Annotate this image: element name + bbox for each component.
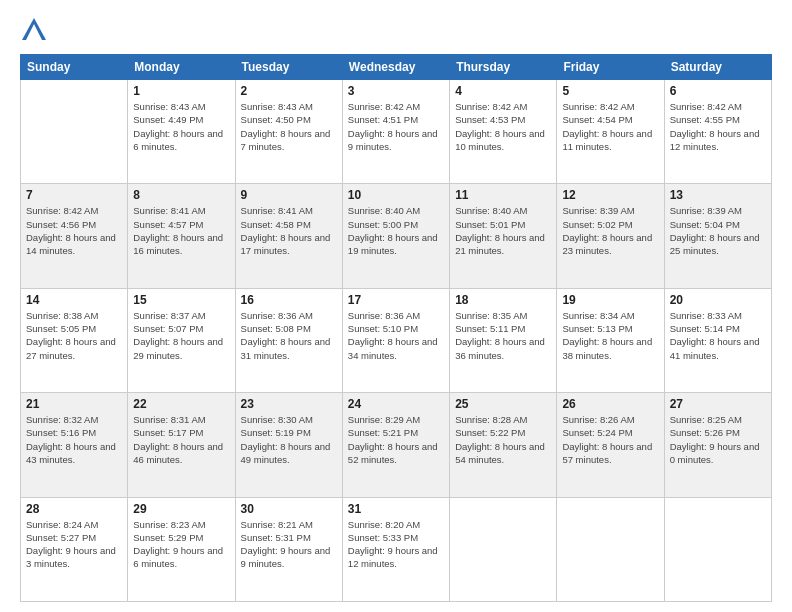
day-number: 15 bbox=[133, 293, 229, 307]
day-info: Sunrise: 8:24 AMSunset: 5:27 PMDaylight:… bbox=[26, 518, 122, 571]
day-number: 4 bbox=[455, 84, 551, 98]
calendar-cell: 3Sunrise: 8:42 AMSunset: 4:51 PMDaylight… bbox=[342, 80, 449, 184]
calendar-cell: 6Sunrise: 8:42 AMSunset: 4:55 PMDaylight… bbox=[664, 80, 771, 184]
header bbox=[20, 16, 772, 44]
day-number: 13 bbox=[670, 188, 766, 202]
calendar-cell: 4Sunrise: 8:42 AMSunset: 4:53 PMDaylight… bbox=[450, 80, 557, 184]
calendar-week-row: 1Sunrise: 8:43 AMSunset: 4:49 PMDaylight… bbox=[21, 80, 772, 184]
day-info: Sunrise: 8:25 AMSunset: 5:26 PMDaylight:… bbox=[670, 413, 766, 466]
day-number: 21 bbox=[26, 397, 122, 411]
day-number: 20 bbox=[670, 293, 766, 307]
day-number: 11 bbox=[455, 188, 551, 202]
calendar-cell: 7Sunrise: 8:42 AMSunset: 4:56 PMDaylight… bbox=[21, 184, 128, 288]
day-info: Sunrise: 8:38 AMSunset: 5:05 PMDaylight:… bbox=[26, 309, 122, 362]
weekday-header-thursday: Thursday bbox=[450, 55, 557, 80]
calendar-cell: 29Sunrise: 8:23 AMSunset: 5:29 PMDayligh… bbox=[128, 497, 235, 601]
logo bbox=[20, 16, 52, 44]
day-info: Sunrise: 8:37 AMSunset: 5:07 PMDaylight:… bbox=[133, 309, 229, 362]
day-number: 29 bbox=[133, 502, 229, 516]
day-info: Sunrise: 8:21 AMSunset: 5:31 PMDaylight:… bbox=[241, 518, 337, 571]
calendar-week-row: 21Sunrise: 8:32 AMSunset: 5:16 PMDayligh… bbox=[21, 393, 772, 497]
day-number: 5 bbox=[562, 84, 658, 98]
day-info: Sunrise: 8:40 AMSunset: 5:00 PMDaylight:… bbox=[348, 204, 444, 257]
calendar-cell: 30Sunrise: 8:21 AMSunset: 5:31 PMDayligh… bbox=[235, 497, 342, 601]
calendar-cell: 22Sunrise: 8:31 AMSunset: 5:17 PMDayligh… bbox=[128, 393, 235, 497]
calendar-cell: 12Sunrise: 8:39 AMSunset: 5:02 PMDayligh… bbox=[557, 184, 664, 288]
calendar-cell: 14Sunrise: 8:38 AMSunset: 5:05 PMDayligh… bbox=[21, 288, 128, 392]
calendar-cell: 5Sunrise: 8:42 AMSunset: 4:54 PMDaylight… bbox=[557, 80, 664, 184]
day-info: Sunrise: 8:26 AMSunset: 5:24 PMDaylight:… bbox=[562, 413, 658, 466]
calendar-cell: 26Sunrise: 8:26 AMSunset: 5:24 PMDayligh… bbox=[557, 393, 664, 497]
day-number: 10 bbox=[348, 188, 444, 202]
weekday-header-sunday: Sunday bbox=[21, 55, 128, 80]
calendar-cell: 11Sunrise: 8:40 AMSunset: 5:01 PMDayligh… bbox=[450, 184, 557, 288]
calendar-cell: 28Sunrise: 8:24 AMSunset: 5:27 PMDayligh… bbox=[21, 497, 128, 601]
day-info: Sunrise: 8:43 AMSunset: 4:49 PMDaylight:… bbox=[133, 100, 229, 153]
calendar-cell: 13Sunrise: 8:39 AMSunset: 5:04 PMDayligh… bbox=[664, 184, 771, 288]
day-number: 26 bbox=[562, 397, 658, 411]
day-number: 2 bbox=[241, 84, 337, 98]
day-info: Sunrise: 8:33 AMSunset: 5:14 PMDaylight:… bbox=[670, 309, 766, 362]
day-number: 24 bbox=[348, 397, 444, 411]
day-number: 14 bbox=[26, 293, 122, 307]
calendar-cell: 17Sunrise: 8:36 AMSunset: 5:10 PMDayligh… bbox=[342, 288, 449, 392]
weekday-header-monday: Monday bbox=[128, 55, 235, 80]
weekday-header-wednesday: Wednesday bbox=[342, 55, 449, 80]
calendar-week-row: 28Sunrise: 8:24 AMSunset: 5:27 PMDayligh… bbox=[21, 497, 772, 601]
calendar-cell: 15Sunrise: 8:37 AMSunset: 5:07 PMDayligh… bbox=[128, 288, 235, 392]
day-info: Sunrise: 8:41 AMSunset: 4:57 PMDaylight:… bbox=[133, 204, 229, 257]
day-info: Sunrise: 8:28 AMSunset: 5:22 PMDaylight:… bbox=[455, 413, 551, 466]
calendar-cell bbox=[557, 497, 664, 601]
calendar-cell: 19Sunrise: 8:34 AMSunset: 5:13 PMDayligh… bbox=[557, 288, 664, 392]
day-info: Sunrise: 8:43 AMSunset: 4:50 PMDaylight:… bbox=[241, 100, 337, 153]
day-info: Sunrise: 8:30 AMSunset: 5:19 PMDaylight:… bbox=[241, 413, 337, 466]
day-info: Sunrise: 8:20 AMSunset: 5:33 PMDaylight:… bbox=[348, 518, 444, 571]
day-number: 22 bbox=[133, 397, 229, 411]
calendar-table: SundayMondayTuesdayWednesdayThursdayFrid… bbox=[20, 54, 772, 602]
calendar-cell: 25Sunrise: 8:28 AMSunset: 5:22 PMDayligh… bbox=[450, 393, 557, 497]
day-number: 18 bbox=[455, 293, 551, 307]
day-number: 12 bbox=[562, 188, 658, 202]
day-info: Sunrise: 8:42 AMSunset: 4:56 PMDaylight:… bbox=[26, 204, 122, 257]
calendar-page: SundayMondayTuesdayWednesdayThursdayFrid… bbox=[0, 0, 792, 612]
day-info: Sunrise: 8:39 AMSunset: 5:02 PMDaylight:… bbox=[562, 204, 658, 257]
day-number: 1 bbox=[133, 84, 229, 98]
day-info: Sunrise: 8:34 AMSunset: 5:13 PMDaylight:… bbox=[562, 309, 658, 362]
logo-icon bbox=[20, 16, 48, 44]
day-number: 3 bbox=[348, 84, 444, 98]
calendar-cell bbox=[450, 497, 557, 601]
day-number: 31 bbox=[348, 502, 444, 516]
calendar-cell: 9Sunrise: 8:41 AMSunset: 4:58 PMDaylight… bbox=[235, 184, 342, 288]
day-number: 9 bbox=[241, 188, 337, 202]
day-number: 19 bbox=[562, 293, 658, 307]
day-info: Sunrise: 8:31 AMSunset: 5:17 PMDaylight:… bbox=[133, 413, 229, 466]
calendar-cell: 18Sunrise: 8:35 AMSunset: 5:11 PMDayligh… bbox=[450, 288, 557, 392]
day-number: 28 bbox=[26, 502, 122, 516]
day-number: 23 bbox=[241, 397, 337, 411]
calendar-cell: 16Sunrise: 8:36 AMSunset: 5:08 PMDayligh… bbox=[235, 288, 342, 392]
day-info: Sunrise: 8:36 AMSunset: 5:08 PMDaylight:… bbox=[241, 309, 337, 362]
calendar-cell: 10Sunrise: 8:40 AMSunset: 5:00 PMDayligh… bbox=[342, 184, 449, 288]
day-number: 7 bbox=[26, 188, 122, 202]
weekday-header-friday: Friday bbox=[557, 55, 664, 80]
day-info: Sunrise: 8:42 AMSunset: 4:53 PMDaylight:… bbox=[455, 100, 551, 153]
calendar-week-row: 7Sunrise: 8:42 AMSunset: 4:56 PMDaylight… bbox=[21, 184, 772, 288]
calendar-cell bbox=[664, 497, 771, 601]
day-number: 8 bbox=[133, 188, 229, 202]
day-number: 25 bbox=[455, 397, 551, 411]
day-info: Sunrise: 8:42 AMSunset: 4:54 PMDaylight:… bbox=[562, 100, 658, 153]
day-info: Sunrise: 8:32 AMSunset: 5:16 PMDaylight:… bbox=[26, 413, 122, 466]
day-info: Sunrise: 8:42 AMSunset: 4:51 PMDaylight:… bbox=[348, 100, 444, 153]
calendar-cell: 31Sunrise: 8:20 AMSunset: 5:33 PMDayligh… bbox=[342, 497, 449, 601]
day-number: 17 bbox=[348, 293, 444, 307]
day-info: Sunrise: 8:29 AMSunset: 5:21 PMDaylight:… bbox=[348, 413, 444, 466]
weekday-header-saturday: Saturday bbox=[664, 55, 771, 80]
day-info: Sunrise: 8:41 AMSunset: 4:58 PMDaylight:… bbox=[241, 204, 337, 257]
weekday-header-tuesday: Tuesday bbox=[235, 55, 342, 80]
weekday-header-row: SundayMondayTuesdayWednesdayThursdayFrid… bbox=[21, 55, 772, 80]
calendar-cell: 27Sunrise: 8:25 AMSunset: 5:26 PMDayligh… bbox=[664, 393, 771, 497]
day-number: 30 bbox=[241, 502, 337, 516]
calendar-cell: 24Sunrise: 8:29 AMSunset: 5:21 PMDayligh… bbox=[342, 393, 449, 497]
day-info: Sunrise: 8:42 AMSunset: 4:55 PMDaylight:… bbox=[670, 100, 766, 153]
day-info: Sunrise: 8:23 AMSunset: 5:29 PMDaylight:… bbox=[133, 518, 229, 571]
